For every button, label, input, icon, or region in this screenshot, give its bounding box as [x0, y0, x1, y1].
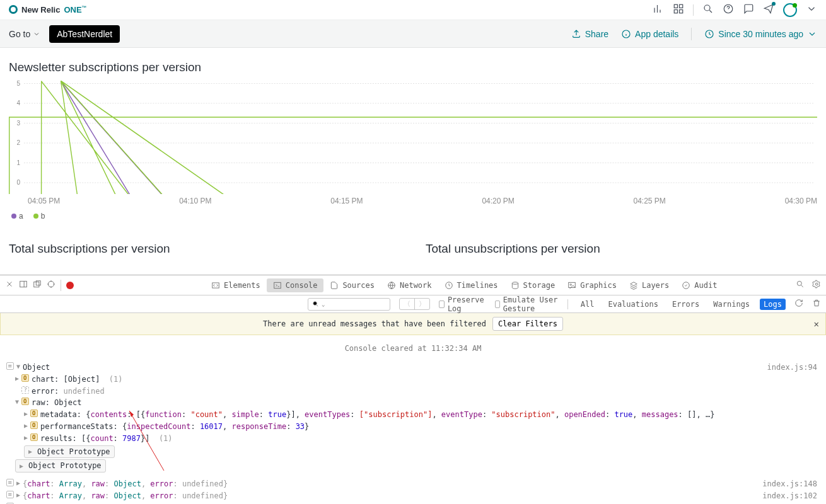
tree-row-proto-inner[interactable]: ▶Object Prototype [6, 445, 820, 459]
tree-row-metadata[interactable]: ▶ metadata: {contents: [{function: "coun… [6, 409, 820, 421]
tree-row-error[interactable]: error: undefined [6, 386, 820, 398]
log-row-148[interactable]: ▶ {chart: Array, raw: Object, error: und… [6, 478, 820, 490]
close-devtools-icon[interactable] [5, 280, 14, 290]
devtools-tab-layers[interactable]: Layers [623, 278, 675, 292]
object-icon [30, 421, 38, 429]
user-avatar[interactable] [783, 3, 797, 17]
share-button[interactable]: Share [571, 29, 608, 39]
reload-icon[interactable] [794, 299, 803, 309]
devtools-search-icon[interactable] [796, 280, 805, 290]
tree-row-performance[interactable]: ▶ performanceStats: {inspectedCount: 160… [6, 421, 820, 433]
global-topbar: New Relic ONE™ [0, 0, 826, 20]
main-chart: 012345 04:05 PM04:10 PM04:15 PM04:20 PM0… [9, 81, 817, 220]
separator [567, 299, 568, 309]
brand-name: New Relic [21, 5, 60, 14]
devtools-settings-icon[interactable] [812, 280, 821, 290]
legend-series-b[interactable]: b [33, 212, 45, 220]
svg-rect-20 [20, 281, 27, 287]
object-root[interactable]: ▼Object index.js:94 [6, 362, 820, 374]
svg-text:3: 3 [16, 118, 20, 127]
source-link[interactable]: index.js:148 [762, 479, 820, 490]
devtools-tabs: ElementsConsoleSourcesNetworkTimelinesSt… [205, 278, 723, 292]
console-body: Console cleared at 11:32:34 AM ▼Object i… [0, 335, 826, 504]
svg-point-33 [815, 283, 818, 285]
devtools-tab-graphics[interactable]: Graphics [561, 278, 623, 292]
tree-row-chart[interactable]: ▶ chart: [Object] (1) [6, 374, 820, 386]
tree-row-proto-outer[interactable]: ▶Object Prototype [6, 459, 820, 473]
error-indicator-icon[interactable] [66, 282, 74, 289]
devtools-tab-timelines[interactable]: Timelines [438, 278, 504, 292]
level-errors[interactable]: Errors [668, 299, 703, 310]
chevron-down-icon[interactable] [806, 3, 817, 16]
goto-dropdown[interactable]: Go to [9, 29, 40, 39]
undefined-icon [21, 386, 29, 394]
page-content: Newsletter subscriptions per version 012… [0, 48, 826, 275]
devtools-tab-sources[interactable]: Sources [323, 278, 381, 292]
source-link[interactable]: index.js:94 [767, 362, 820, 373]
level-logs[interactable]: Logs [760, 299, 786, 310]
console-search-input[interactable]: ⌄ [308, 298, 390, 311]
console-nav-buttons[interactable]: 〈〉 [399, 298, 430, 310]
level-all[interactable]: All [577, 299, 598, 310]
chart-canvas: 012345 [9, 81, 817, 194]
devtools-tab-console[interactable]: Console [267, 278, 324, 292]
sub-chart-2-title: Total unsubscriptions per version [426, 242, 817, 256]
brand-logo[interactable]: New Relic ONE™ [9, 5, 87, 14]
legend-series-a[interactable]: a [11, 212, 23, 220]
emulate-gesture-checkbox[interactable]: Emulate User Gesture [495, 295, 559, 313]
apps-grid-icon[interactable] [673, 3, 684, 16]
svg-point-32 [797, 281, 801, 285]
dismiss-banner-icon[interactable]: ✕ [814, 319, 819, 329]
object-icon [30, 410, 38, 417]
svg-text:2: 2 [16, 139, 20, 147]
help-icon[interactable] [723, 3, 734, 16]
devtools-tab-audit[interactable]: Audit [675, 278, 723, 292]
inspect-icon[interactable] [47, 280, 55, 290]
source-link[interactable]: index.js:102 [762, 491, 820, 501]
svg-point-23 [48, 281, 54, 287]
dock-popout-icon[interactable] [33, 280, 42, 290]
level-evaluations[interactable]: Evaluations [604, 299, 661, 310]
svg-text:4: 4 [16, 99, 20, 107]
clear-console-icon[interactable] [812, 299, 821, 309]
share-label: Share [585, 29, 608, 39]
log-glyph-icon [6, 479, 14, 486]
svg-rect-21 [34, 282, 39, 287]
feedback-icon[interactable] [743, 3, 754, 16]
log-row-102[interactable]: ▶ {chart: Array, raw: Object, error: und… [6, 490, 820, 502]
nerdlet-chip[interactable]: AbTestNerdlet [49, 25, 120, 43]
svg-point-30 [570, 284, 571, 285]
svg-text:5: 5 [16, 81, 20, 87]
time-range-picker[interactable]: Since 30 minutes ago [704, 29, 817, 39]
console-cleared-msg: Console cleared at 11:32:34 AM [0, 339, 826, 362]
tree-row-raw[interactable]: ▼ raw: Object [6, 397, 820, 409]
devtools-filterbar: ⌄ 〈〉 Preserve Log Emulate User Gesture A… [0, 295, 826, 313]
tree-row-results[interactable]: ▶ results: [{count: 7987}] (1) [6, 433, 820, 445]
goto-label: Go to [9, 29, 30, 39]
log-glyph-icon [6, 362, 14, 370]
svg-point-34 [313, 302, 317, 306]
clear-filters-button[interactable]: Clear Filters [492, 317, 563, 331]
whats-new-icon[interactable] [763, 3, 774, 16]
search-icon[interactable] [702, 3, 714, 16]
console-filter-banner: There are unread messages that have been… [0, 313, 826, 335]
brand-icon [9, 5, 18, 14]
chart-icon[interactable] [653, 3, 664, 16]
app-details-button[interactable]: App details [621, 29, 678, 39]
devtools-panel: ElementsConsoleSourcesNetworkTimelinesSt… [0, 275, 826, 504]
object-icon [30, 433, 38, 441]
app-details-label: App details [635, 29, 678, 39]
separator [693, 4, 694, 16]
devtools-tab-network[interactable]: Network [381, 278, 438, 292]
devtools-tab-elements[interactable]: Elements [205, 278, 267, 292]
devtools-tab-storage[interactable]: Storage [504, 278, 562, 292]
level-warnings[interactable]: Warnings [709, 299, 753, 310]
separator [691, 28, 692, 40]
svg-point-28 [512, 282, 518, 284]
preserve-log-checkbox[interactable]: Preserve Log [439, 295, 486, 313]
chart-legend: a b [9, 205, 817, 220]
time-range-label: Since 30 minutes ago [718, 29, 803, 39]
sub-chart-1-title: Total subscriptions per version [9, 242, 400, 256]
dock-side-icon[interactable] [19, 280, 28, 290]
chart-xaxis: 04:05 PM04:10 PM04:15 PM04:20 PM04:25 PM… [9, 194, 817, 205]
